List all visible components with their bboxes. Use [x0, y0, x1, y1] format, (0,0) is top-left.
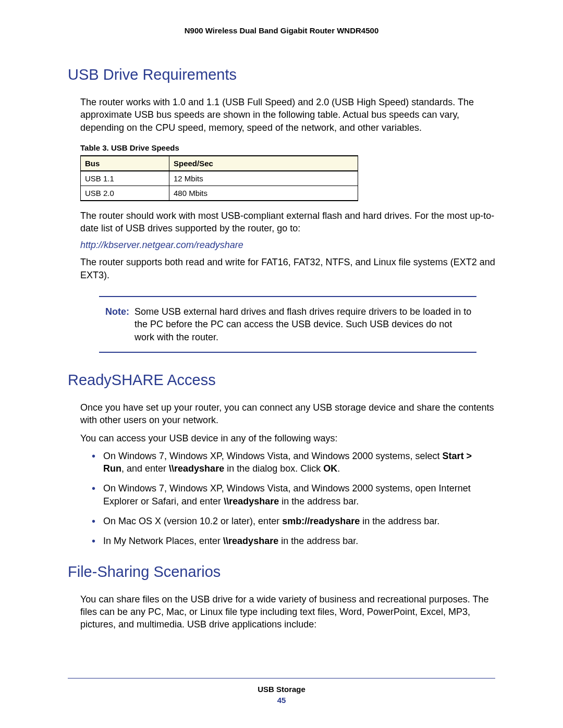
access-methods-list: On Windows 7, Windows XP, Windows Vista,… — [80, 450, 495, 548]
section-heading-readyshare: ReadySHARE Access — [68, 372, 495, 389]
table-row: USB 1.1 12 Mbits — [81, 171, 358, 186]
section-heading-usb-requirements: USB Drive Requirements — [68, 66, 495, 83]
list-item: On Mac OS X (version 10.2 or later), ent… — [92, 515, 495, 527]
page-footer: USB Storage 45 — [68, 678, 495, 705]
list-item: On Windows 7, Windows XP, Windows Vista,… — [92, 450, 495, 475]
list-bold: smb://readyshare — [282, 516, 360, 526]
table-cell-bus: USB 2.0 — [81, 186, 169, 201]
footer-page-number: 45 — [68, 696, 495, 705]
note-text: Note: Some USB external hard drives and … — [102, 305, 473, 343]
usb-speeds-table: Bus Speed/Sec USB 1.1 12 Mbits USB 2.0 4… — [80, 155, 358, 201]
body-paragraph: The router should work with most USB-com… — [80, 209, 495, 235]
document-header: N900 Wireless Dual Band Gigabit Router W… — [68, 26, 495, 35]
section-heading-file-sharing: File-Sharing Scenarios — [68, 563, 495, 581]
list-item: On Windows 7, Windows XP, Windows Vista,… — [92, 482, 495, 508]
list-bold: \\readyshare — [224, 496, 279, 507]
list-text: On Mac OS X (version 10.2 or later), ent… — [103, 516, 282, 526]
table-cell-speed: 12 Mbits — [169, 171, 358, 186]
table-header-row: Bus Speed/Sec — [81, 156, 358, 171]
list-text: in the address bar. — [279, 496, 359, 507]
table-cell-bus: USB 1.1 — [81, 171, 169, 186]
list-text: On Windows 7, Windows XP, Windows Vista,… — [103, 451, 443, 461]
list-bold: OK — [323, 463, 337, 474]
body-paragraph: The router works with 1.0 and 1.1 (USB F… — [80, 96, 495, 134]
body-paragraph: The router supports both read and write … — [80, 256, 495, 281]
table-header-speed: Speed/Sec — [169, 156, 358, 171]
readyshare-link[interactable]: http://kbserver.netgear.com/readyshare — [80, 240, 495, 251]
list-text: in the address bar. — [360, 516, 439, 526]
table-header-bus: Bus — [81, 156, 169, 171]
list-text: in the dialog box. Click — [224, 463, 323, 474]
list-text: . — [337, 463, 340, 474]
body-paragraph: You can access your USB device in any of… — [80, 432, 495, 445]
list-text: In My Network Places, enter — [103, 536, 223, 546]
table-cell-speed: 480 Mbits — [169, 186, 358, 201]
body-paragraph: You can share files on the USB drive for… — [80, 593, 495, 631]
note-block: Note: Some USB external hard drives and … — [99, 296, 476, 353]
footer-chapter: USB Storage — [68, 685, 495, 694]
list-item: In My Network Places, enter \\readyshare… — [92, 535, 495, 547]
note-body: Some USB external hard drives and flash … — [134, 306, 471, 342]
list-bold: \\readyshare — [169, 463, 224, 474]
table-row: USB 2.0 480 Mbits — [81, 186, 358, 201]
list-text: in the address bar. — [278, 536, 358, 546]
body-paragraph: Once you have set up your router, you ca… — [80, 401, 495, 427]
list-bold: \\readyshare — [223, 536, 278, 546]
note-label: Note: — [105, 306, 129, 317]
table-caption: Table 3. USB Drive Speeds — [80, 143, 495, 152]
list-text: , and enter — [121, 463, 169, 474]
